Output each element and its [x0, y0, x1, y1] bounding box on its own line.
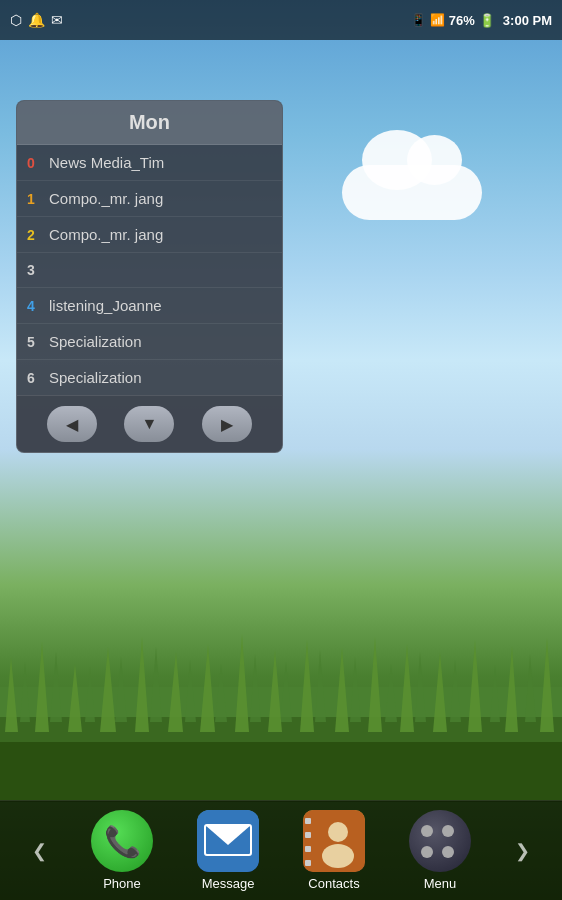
gmail-icon: ✉: [51, 12, 63, 28]
dock: ❮ 📞 Phone Message: [0, 800, 562, 900]
schedule-widget: Mon 0News Media_Tim1Compo._mr. jang2Comp…: [16, 100, 283, 453]
dock-item-message[interactable]: Message: [197, 810, 259, 891]
menu-label: Menu: [424, 876, 457, 891]
status-bar: ⬡ 🔔 ✉ 📱 📶 76% 🔋 3:00 PM: [0, 0, 562, 40]
phone-icon: 📞: [91, 810, 153, 872]
svg-marker-23: [135, 637, 149, 732]
message-icon: [197, 810, 259, 872]
notification-icon: 🔔: [28, 12, 45, 28]
item-text: News Media_Tim: [49, 154, 272, 171]
widget-list-item[interactable]: 1Compo._mr. jang: [17, 181, 282, 217]
svg-marker-35: [540, 638, 554, 732]
svg-marker-30: [368, 637, 382, 732]
dock-right-arrow[interactable]: ❯: [515, 840, 530, 862]
widget-list-item[interactable]: 5Specialization: [17, 324, 282, 360]
svg-rect-41: [305, 832, 311, 838]
item-number: 3: [27, 262, 41, 278]
grass: [0, 602, 562, 802]
dock-item-contacts[interactable]: Contacts: [303, 810, 365, 891]
item-text: Compo._mr. jang: [49, 190, 272, 207]
phone-label: Phone: [103, 876, 141, 891]
next-button[interactable]: ▶: [202, 406, 252, 442]
dock-left-arrow[interactable]: ❮: [32, 840, 47, 862]
widget-title: Mon: [17, 101, 282, 145]
widget-list-item[interactable]: 2Compo._mr. jang: [17, 217, 282, 253]
sim-icon: 📱: [411, 13, 426, 27]
item-number: 4: [27, 298, 41, 314]
item-text: Specialization: [49, 369, 272, 386]
widget-list-item[interactable]: 6Specialization: [17, 360, 282, 395]
contacts-label: Contacts: [308, 876, 359, 891]
svg-marker-7: [150, 647, 162, 722]
svg-marker-26: [235, 634, 249, 732]
svg-marker-12: [315, 650, 326, 722]
svg-rect-40: [305, 818, 311, 824]
item-number: 6: [27, 370, 41, 386]
menu-icon: [409, 810, 471, 872]
dock-item-menu[interactable]: Menu: [409, 810, 471, 891]
item-number: 1: [27, 191, 41, 207]
item-number: 0: [27, 155, 41, 171]
svg-point-44: [328, 822, 348, 842]
signal-icon: 📶: [430, 13, 445, 27]
item-text: Specialization: [49, 333, 272, 350]
widget-controls: ◀ ▼ ▶: [17, 395, 282, 452]
svg-rect-42: [305, 846, 311, 852]
prev-button[interactable]: ◀: [47, 406, 97, 442]
widget-list-item[interactable]: 3: [17, 253, 282, 288]
dock-item-phone[interactable]: 📞 Phone: [91, 810, 153, 891]
item-text: listening_Joanne: [49, 297, 272, 314]
item-number: 5: [27, 334, 41, 350]
widget-list-item[interactable]: 0News Media_Tim: [17, 145, 282, 181]
battery-icon: 🔋: [479, 13, 495, 28]
svg-rect-43: [305, 860, 311, 866]
contacts-icon: [303, 810, 365, 872]
down-button[interactable]: ▼: [124, 406, 174, 442]
svg-point-45: [322, 844, 354, 868]
cloud: [322, 130, 502, 230]
status-right: 📱 📶 76% 🔋 3:00 PM: [411, 13, 552, 28]
widget-list: 0News Media_Tim1Compo._mr. jang2Compo._m…: [17, 145, 282, 395]
svg-marker-33: [468, 640, 482, 732]
time: 3:00 PM: [503, 13, 552, 28]
status-left: ⬡ 🔔 ✉: [10, 12, 63, 28]
battery-percent: 76%: [449, 13, 475, 28]
item-text: Compo._mr. jang: [49, 226, 272, 243]
widget-list-item[interactable]: 4listening_Joanne: [17, 288, 282, 324]
android-icon: ⬡: [10, 12, 22, 28]
item-number: 2: [27, 227, 41, 243]
message-label: Message: [202, 876, 255, 891]
svg-marker-28: [300, 640, 314, 732]
